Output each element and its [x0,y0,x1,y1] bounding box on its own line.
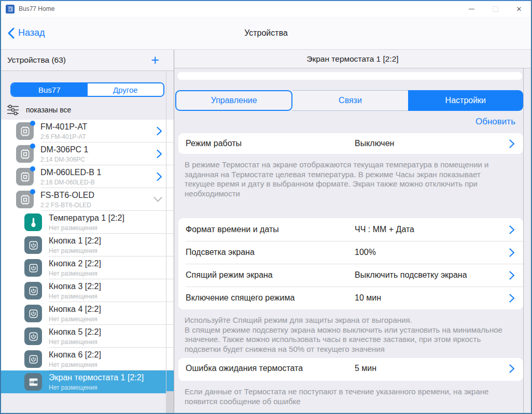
app-window: Bus77 Home ✕ Устройства Назад Устройства… [0,0,532,414]
device-row-button-4[interactable]: Кнопка 4 [2:2] Нет размещения [1,302,174,325]
setting-label: Режим работы [186,139,355,148]
device-title: Кнопка 4 [2:2] [49,305,101,313]
device-row-fs-bt6-oled[interactable]: FS-BT6-OLED 2:2 FS-BT6-OLED [1,188,174,211]
setting-value: 5 мин [355,364,509,373]
thermometer-icon [24,213,42,231]
setting-row-backlight[interactable]: Подсветка экрана 100% [178,241,523,264]
device-row-button-2[interactable]: Кнопка 2 [2:2] Нет размещения [1,256,174,279]
tab-control[interactable]: Управление [175,90,292,111]
display-settings-card: Формат времени и даты ЧЧ : ММ + Дата Под… [178,218,523,309]
device-subtitle: 2:6 FM-401P-AT [40,133,86,140]
chevron-right-icon [157,150,162,159]
status-dot-icon [30,189,35,194]
chevron-right-icon [509,139,515,148]
device-subtitle: 2:14 DM-306PC [40,156,85,163]
setting-label: Включение спящего режима [186,293,355,303]
setting-row-sleep-mode[interactable]: Спящий режим экрана Выключить подсветку … [178,264,523,287]
device-title: Кнопка 5 [2:2] [49,327,101,336]
chevron-right-icon [509,364,515,373]
detail-panel: Экран термостата 1 [2:2] Управление Связ… [174,50,531,413]
device-subtitle: 2:2 FS-BT6-OLED [40,202,91,209]
device-title: FM-401P-AT [40,122,87,131]
mode-card: Режим работы Выключен [178,133,523,154]
tab-links[interactable]: Связи [292,90,408,111]
device-row-thermostat-screen[interactable]: t°C Экран термостата 1 [2:2] Нет размеще… [1,370,174,393]
add-device-button[interactable]: + [151,53,159,67]
panel-tab-bar: Управление Связи Настройки [175,90,523,111]
device-subtitle: 2:16 DM-060LED-B [40,179,95,186]
device-row-button-3[interactable]: Кнопка 3 [2:2] Нет размещения [1,279,174,302]
device-subtitle: Нет размещения [49,361,97,368]
setting-label: Подсветка экрана [186,248,355,257]
device-row-dm-306pc[interactable]: DM-306PC 1 2:14 DM-306PC [1,142,174,165]
sidebar-body: Bus77 Другое показаны все [1,71,174,413]
status-dot-icon [30,121,35,126]
power-button-icon [24,350,42,368]
thermostat-screen-icon: t°C [24,373,42,391]
chevron-right-icon [509,294,515,303]
close-icon: ✕ [516,6,522,12]
app-logo-icon [6,5,15,13]
power-button-icon [24,305,42,322]
error-card: Ошибка ожидания термостата 5 мин [178,358,523,381]
device-subtitle: Нет размещения [49,247,97,254]
device-row-button-5[interactable]: Кнопка 5 [2:2] Нет размещения [1,325,174,348]
sidebar-header: Устройства (63) + [1,50,174,71]
page-title: Устройства [1,28,531,38]
setting-row-thermostat-timeout[interactable]: Ошибка ожидания термостата 5 мин [178,358,523,379]
filter-sliders-icon [6,104,20,116]
device-list: FM-401P-AT 2:6 FM-401P-AT [1,120,174,393]
device-row-temperature[interactable]: Температура 1 [2:2] Нет размещения [1,211,174,234]
filter-control[interactable]: показаны все [6,103,174,117]
minimize-icon [469,9,474,9]
detail-panel-header: Экран термостата 1 [2:2] [174,50,531,68]
power-button-icon [24,327,42,345]
device-title: Кнопка 6 [2:2] [49,350,101,359]
detail-panel-title: Экран термостата 1 [2:2] [306,54,398,64]
tab-other[interactable]: Другое [88,83,164,96]
titlebar: Bus77 Home ✕ [1,1,531,17]
setting-row-mode[interactable]: Режим работы Выключен [178,133,523,154]
chip-icon [16,191,34,208]
device-row-dm-060led-b[interactable]: DM-060LED-B 1 2:16 DM-060LED-B [1,165,174,188]
device-subtitle: Нет размещения [49,316,97,323]
app-title: Bus77 Home [19,5,54,12]
sidebar-title: Устройства (63) [7,55,66,65]
filter-label: показаны все [26,106,71,114]
setting-value: Выключить подсветку экрана [355,270,509,280]
device-title: Кнопка 1 [2:2] [49,236,101,245]
device-subtitle: Нет размещения [49,293,97,300]
chevron-right-icon [509,271,515,280]
setting-row-time-format[interactable]: Формат времени и даты ЧЧ : ММ + Дата [178,218,523,241]
device-title: Экран термостата 1 [2:2] [49,373,144,382]
device-row-button-1[interactable]: Кнопка 1 [2:2] Нет размещения [1,234,174,256]
maximize-icon [493,6,498,12]
panel-scrollbar-track[interactable] [523,68,531,413]
setting-row-sleep-delay[interactable]: Включение спящего режима 10 мин [178,287,523,309]
setting-label: Ошибка ожидания термостата [186,364,355,373]
device-row-fm-401p-at[interactable]: FM-401P-AT 2:6 FM-401P-AT [1,120,174,142]
device-subtitle: Нет размещения [49,338,97,346]
device-title: DM-306PC 1 [40,145,88,154]
sidebar-tab-bar: Bus77 Другое [10,82,164,97]
status-dot-icon [30,166,35,172]
chip-icon [16,122,34,140]
back-label: Назад [18,27,45,38]
sidebar-scrollbar-thumb[interactable] [166,391,174,413]
power-button-icon [24,282,42,299]
tab-bus77[interactable]: Bus77 [11,83,88,96]
navbar: Устройства Назад [1,17,531,50]
device-title: Температура 1 [2:2] [49,213,124,222]
maximize-button[interactable] [483,1,507,17]
tab-settings[interactable]: Настройки [408,90,523,111]
refresh-link[interactable]: Обновить [174,117,515,127]
minimize-button[interactable] [459,1,483,17]
mode-description: В режиме Термостат на экране отображаютс… [185,160,505,198]
power-button-icon [24,236,42,254]
detail-panel-body: Управление Связи Настройки Обновить Режи… [174,68,531,413]
device-row-button-6[interactable]: Кнопка 6 [2:2] Нет размещения [1,348,174,370]
close-button[interactable]: ✕ [507,1,531,17]
device-subtitle: Нет размещения [49,224,97,232]
main-area: Устройства (63) + Bus77 Другое [1,50,531,413]
back-button[interactable]: Назад [7,27,45,39]
